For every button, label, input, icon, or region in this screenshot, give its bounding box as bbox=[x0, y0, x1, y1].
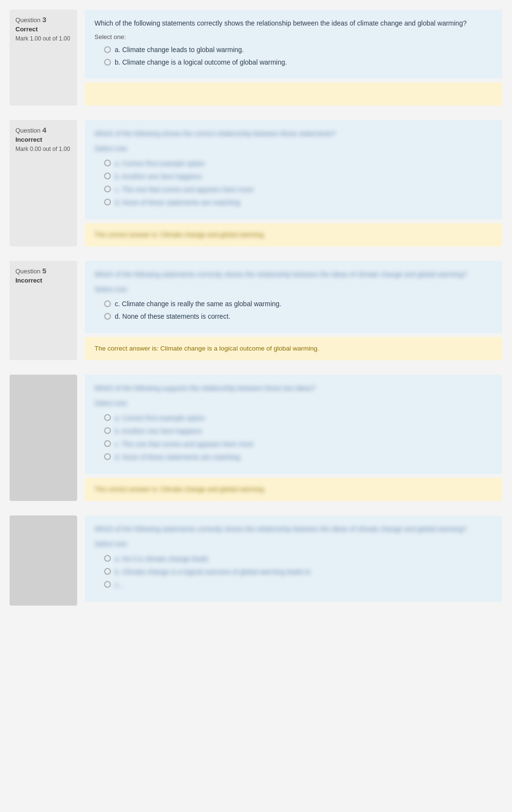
question-5-block: Question 5 Incorrect Which of the follow… bbox=[10, 261, 502, 360]
question-3-content: Which of the following statements correc… bbox=[85, 10, 502, 106]
question-3-label: Question 3 bbox=[15, 15, 71, 24]
question-5-option-d[interactable]: d. None of these statements is correct. bbox=[104, 312, 493, 322]
question-4-option-b: b. Another one here happens bbox=[104, 172, 493, 182]
question-4-option-a: a. Correct first example option bbox=[104, 159, 493, 169]
radio-icon bbox=[104, 186, 111, 192]
question-6-content: Which of the following supports the rela… bbox=[85, 375, 502, 501]
radio-icon bbox=[104, 555, 111, 562]
question-4-text: Which of the following shows the correct… bbox=[94, 129, 493, 139]
question-6-select-label: Select one: bbox=[94, 398, 493, 408]
question-5-select-label: Select one: bbox=[94, 284, 493, 295]
radio-icon bbox=[104, 160, 111, 166]
question-4-block: Question 4 Incorrect Mark 0.00 out of 1.… bbox=[10, 120, 502, 246]
radio-icon bbox=[104, 173, 111, 179]
question-7-option-a: a. No it is climate change leads bbox=[104, 554, 493, 564]
question-7-option-c: c... bbox=[104, 580, 493, 590]
question-6-block: Which of the following supports the rela… bbox=[10, 375, 502, 501]
question-4-label: Question 4 bbox=[15, 126, 71, 134]
question-6-option-a: a. Correct first example option bbox=[104, 413, 493, 423]
radio-icon bbox=[104, 453, 111, 460]
question-3-sidebar: Question 3 Correct Mark 1.00 out of 1.00 bbox=[10, 10, 77, 106]
question-4-select-label: Select one: bbox=[94, 144, 493, 154]
radio-icon bbox=[104, 199, 111, 205]
radio-icon bbox=[104, 427, 111, 434]
radio-icon bbox=[104, 300, 111, 307]
question-7-text: Which of the following statements correc… bbox=[94, 524, 493, 534]
question-7-option-b: b. Climate change is a logical outcome o… bbox=[104, 567, 493, 577]
question-4-mark: Mark 0.00 out of 1.00 bbox=[15, 145, 71, 153]
question-5-option-c[interactable]: c. Climate change is really the same as … bbox=[104, 299, 493, 309]
radio-icon bbox=[104, 581, 111, 588]
question-5-box: Which of the following statements correc… bbox=[85, 261, 502, 333]
question-4-option-c: c. The one that comes and appears here m… bbox=[104, 185, 493, 195]
question-3-text: Which of the following statements correc… bbox=[94, 18, 493, 28]
question-3-option-a[interactable]: a. Climate change leads to global warmin… bbox=[104, 45, 493, 55]
question-4-option-d: d. None of these statements are matching bbox=[104, 198, 493, 208]
question-3-mark: Mark 1.00 out of 1.00 bbox=[15, 35, 71, 43]
question-5-feedback: The correct answer is: Climate change is… bbox=[85, 337, 502, 360]
question-3-select-label: Select one: bbox=[94, 33, 493, 41]
question-5-content: Which of the following statements correc… bbox=[85, 261, 502, 360]
question-7-sidebar-blank bbox=[10, 515, 77, 606]
question-3-option-b[interactable]: b. Climate change is a logical outcome o… bbox=[104, 58, 493, 68]
question-5-status: Incorrect bbox=[15, 277, 71, 284]
question-6-option-c: c. The one that comes and appears here m… bbox=[104, 439, 493, 449]
radio-icon bbox=[104, 440, 111, 447]
radio-icon bbox=[104, 568, 111, 575]
question-6-sidebar-blank bbox=[10, 375, 77, 501]
question-4-feedback: The correct answer is: Climate change an… bbox=[85, 223, 502, 246]
question-7-block: Which of the following statements correc… bbox=[10, 515, 502, 606]
question-5-text: Which of the following statements correc… bbox=[94, 270, 493, 280]
radio-icon bbox=[104, 46, 111, 53]
question-3-feedback-empty bbox=[85, 82, 502, 106]
question-7-select-label: Select one: bbox=[94, 539, 493, 549]
question-6-box: Which of the following supports the rela… bbox=[85, 375, 502, 474]
question-3-status: Correct bbox=[15, 26, 71, 33]
radio-icon bbox=[104, 313, 111, 320]
radio-icon bbox=[104, 414, 111, 421]
question-7-box: Which of the following statements correc… bbox=[85, 515, 502, 602]
question-4-status: Incorrect bbox=[15, 136, 71, 143]
question-4-content: Which of the following shows the correct… bbox=[85, 120, 502, 246]
question-6-feedback: The correct answer is: Climate change an… bbox=[85, 478, 502, 501]
question-4-sidebar: Question 4 Incorrect Mark 0.00 out of 1.… bbox=[10, 120, 77, 246]
question-3-box: Which of the following statements correc… bbox=[85, 10, 502, 79]
question-5-sidebar: Question 5 Incorrect bbox=[10, 261, 77, 360]
question-4-box: Which of the following shows the correct… bbox=[85, 120, 502, 219]
question-6-option-d: d. None of these statements are matching bbox=[104, 452, 493, 462]
question-6-text: Which of the following supports the rela… bbox=[94, 383, 493, 393]
question-3-block: Question 3 Correct Mark 1.00 out of 1.00… bbox=[10, 10, 502, 106]
question-7-content: Which of the following statements correc… bbox=[85, 515, 502, 606]
radio-icon bbox=[104, 59, 111, 66]
question-6-option-b: b. Another one here happens bbox=[104, 426, 493, 436]
question-5-label: Question 5 bbox=[15, 267, 71, 275]
